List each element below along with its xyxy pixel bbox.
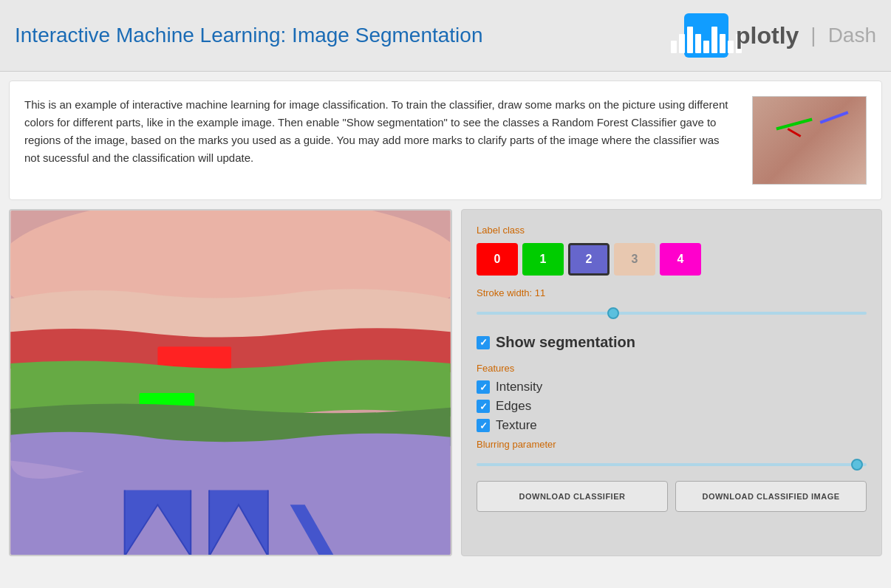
segmentation-canvas[interactable]	[10, 211, 451, 555]
edges-label: Edges	[496, 399, 531, 414]
description-text: This is an example of interactive machin…	[24, 96, 737, 167]
example-image	[752, 96, 867, 185]
show-segmentation-label: Show segmentation	[496, 334, 635, 351]
plotly-icon	[684, 13, 728, 58]
blurring-slider-container	[477, 456, 867, 469]
description-section: This is an example of interactive machin…	[9, 81, 882, 200]
main-content: Label class 0 1 2 3 4 Stroke width: 11	[9, 209, 882, 556]
feature-edges: Edges	[477, 399, 867, 414]
label-class-title: Label class	[477, 225, 867, 236]
stroke-width-label: Stroke width: 11	[477, 287, 867, 298]
plotly-text: plotly	[736, 22, 799, 49]
logo-divider: |	[810, 24, 816, 47]
feature-intensity: Intensity	[477, 380, 867, 394]
blurring-slider[interactable]	[477, 463, 867, 466]
app-header: Interactive Machine Learning: Image Segm…	[0, 0, 891, 72]
label-btn-1[interactable]: 1	[522, 243, 564, 276]
controls-panel: Label class 0 1 2 3 4 Stroke width: 11	[461, 209, 882, 556]
dash-text: Dash	[828, 24, 876, 47]
download-classified-image-button[interactable]: DOWNLOAD CLASSIFIED IMAGE	[675, 481, 867, 512]
show-segmentation-checkbox[interactable]	[477, 336, 490, 349]
download-buttons: DOWNLOAD CLASSIFIER DOWNLOAD CLASSIFIED …	[477, 481, 867, 512]
features-label: Features	[477, 363, 867, 374]
texture-checkbox[interactable]	[477, 419, 490, 432]
stroke-width-slider-container	[477, 304, 867, 322]
logo-area: plotly | Dash	[684, 13, 876, 58]
show-segmentation-row: Show segmentation	[477, 334, 867, 351]
thumb-green-annotation	[776, 118, 812, 131]
edges-checkbox[interactable]	[477, 400, 490, 413]
label-btn-3[interactable]: 3	[614, 243, 655, 276]
texture-label: Texture	[496, 418, 537, 433]
thumb-red-annotation	[787, 128, 801, 137]
intensity-label: Intensity	[496, 380, 542, 394]
label-btn-4[interactable]: 4	[660, 243, 701, 276]
blurring-label: Blurring parameter	[477, 439, 867, 450]
thumb-blue-annotation	[820, 111, 849, 123]
stroke-width-slider[interactable]	[477, 312, 867, 315]
label-btn-2[interactable]: 2	[568, 243, 610, 276]
feature-texture: Texture	[477, 418, 867, 433]
app-title: Interactive Machine Learning: Image Segm…	[15, 24, 483, 47]
label-buttons: 0 1 2 3 4	[477, 243, 867, 276]
download-classifier-button[interactable]: DOWNLOAD CLASSIFIER	[477, 481, 668, 512]
intensity-checkbox[interactable]	[477, 380, 490, 394]
canvas-area[interactable]	[9, 209, 452, 556]
label-btn-0[interactable]: 0	[477, 243, 518, 276]
